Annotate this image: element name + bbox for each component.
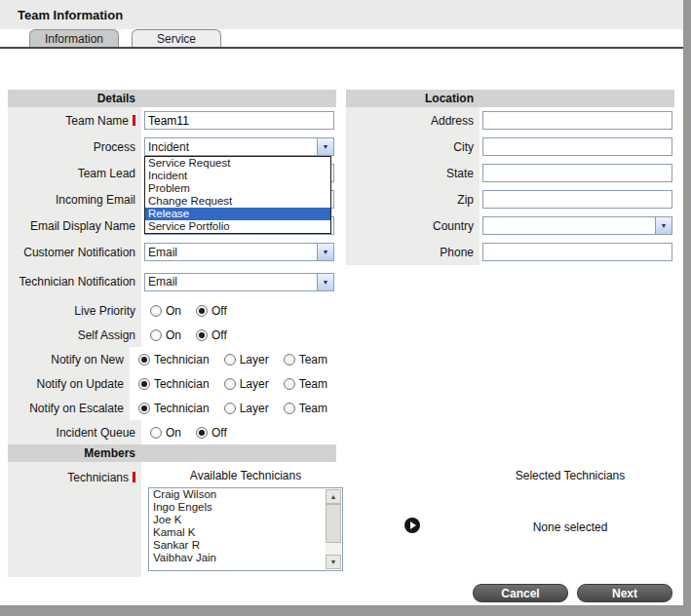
process-select[interactable]: Incident ▼ [144,137,334,156]
list-item[interactable]: Sankar R [149,539,342,552]
dropdown-option-problem[interactable]: Problem [145,182,330,195]
notify-on-new-row: Notify on New Technician Layer Team [8,347,336,371]
notify-on-new-team-radio[interactable] [284,354,295,366]
members-section-header: Members [8,444,336,462]
notify-on-escalate-team-radio[interactable] [284,403,295,414]
list-item[interactable]: Vaibhav Jain [149,552,342,564]
chevron-down-icon[interactable]: ▼ [655,217,672,234]
zip-input[interactable] [482,190,672,209]
chevron-down-icon[interactable]: ▼ [317,244,333,260]
selected-technicians-empty: None selected [482,520,658,534]
available-technicians-title: Available Technicians [148,469,343,482]
page-title: Team Information [18,8,123,22]
customer-notification-row: Customer Notification Email ▼ [8,239,336,265]
address-input[interactable] [482,111,672,130]
next-button[interactable]: Next [577,584,672,602]
notify-on-update-technician-radio[interactable] [138,378,150,390]
incident-queue-off-radio[interactable] [196,427,208,439]
location-section: Location Address City State [346,90,674,265]
scroll-down-icon[interactable]: ▼ [326,555,341,569]
details-section-header: Details [8,90,336,107]
tab-information[interactable]: Information [29,29,119,47]
list-item[interactable]: Craig Wilson [149,488,342,501]
incident-queue-row: Incident Queue On Off [8,420,336,444]
dropdown-option-service-request[interactable]: Service Request [145,157,330,170]
move-right-icon[interactable] [404,518,420,533]
live-priority-on-radio[interactable] [150,305,162,317]
state-row: State [346,160,674,186]
selected-technicians-title: Selected Technicians [482,469,658,482]
process-label: Process [8,134,141,160]
technician-notification-row: Technician Notification Email ▼ [8,265,336,298]
customer-notification-label: Customer Notification [8,239,141,265]
city-input[interactable] [482,137,672,156]
technician-notification-select[interactable]: Email ▼ [144,273,334,291]
phone-row: Phone [346,239,674,265]
live-priority-row: Live Priority On Off [8,298,336,323]
window-header: Team Information [0,0,683,29]
team-lead-label: Team Lead [8,160,141,186]
live-priority-off-radio[interactable] [196,305,208,317]
incident-queue-label: Incident Queue [8,420,141,444]
self-assign-on-radio[interactable] [150,329,162,341]
self-assign-off-radio[interactable] [196,329,208,341]
header-divider [0,47,683,49]
city-label: City [346,134,480,160]
tab-bar: Information Service [29,29,221,47]
phone-input[interactable] [482,243,672,261]
phone-label: Phone [346,239,480,265]
self-assign-row: Self Assign On Off [8,323,336,347]
notify-on-update-layer-radio[interactable] [224,378,236,390]
zip-label: Zip [346,186,480,212]
country-row: Country ▼ [346,212,674,239]
notify-on-update-row: Notify on Update Technician Layer Team [8,371,336,396]
team-name-row: Team Name [8,107,336,134]
notify-on-update-label: Notify on Update [8,371,130,396]
notify-on-new-technician-radio[interactable] [138,354,150,366]
tab-service[interactable]: Service [132,29,221,47]
zip-row: Zip [346,186,674,212]
team-information-panel: Team Information Information Service Det… [0,0,683,605]
process-dropdown-list: Service Request Incident Problem Change … [144,156,331,234]
members-section-title: Members [8,446,141,460]
state-label: State [346,160,480,186]
list-item[interactable]: Ingo Engels [149,501,342,514]
notify-on-new-layer-radio[interactable] [224,354,236,366]
team-name-label: Team Name [8,107,141,134]
address-label: Address [346,107,480,134]
notify-on-escalate-row: Notify on Escalate Technician Layer Team [8,396,336,420]
list-item[interactable]: Kamal K [149,526,342,539]
state-input[interactable] [482,164,672,182]
list-item[interactable]: Joe K [149,514,342,526]
dropdown-option-incident[interactable]: Incident [145,170,330,182]
required-marker [133,115,135,126]
country-select[interactable]: ▼ [482,216,672,235]
technicians-label: Technicians [8,462,141,577]
cancel-button[interactable]: Cancel [473,584,568,602]
notify-on-escalate-layer-radio[interactable] [224,403,236,414]
dropdown-option-release[interactable]: Release [145,208,330,220]
notify-on-update-team-radio[interactable] [284,378,295,390]
location-section-header: Location [346,90,674,107]
required-marker [133,472,135,482]
self-assign-label: Self Assign [8,323,141,347]
scroll-up-icon[interactable]: ▲ [326,489,341,504]
details-section-title: Details [8,92,141,105]
notify-on-escalate-label: Notify on Escalate [8,396,130,420]
live-priority-label: Live Priority [8,298,141,323]
available-technicians-listbox[interactable]: Craig Wilson Ingo Engels Joe K Kamal K S… [148,487,343,571]
chevron-down-icon[interactable]: ▼ [317,138,333,155]
listbox-scrollbar[interactable]: ▲ ▼ [326,489,341,569]
dropdown-option-change-request[interactable]: Change Request [145,195,330,208]
notify-on-escalate-technician-radio[interactable] [138,403,150,414]
technician-notification-label: Technician Notification [8,265,141,298]
dropdown-option-service-portfolio[interactable]: Service Portfolio [145,220,330,233]
address-row: Address [346,107,674,134]
incident-queue-on-radio[interactable] [150,427,162,439]
city-row: City [346,134,674,160]
customer-notification-select[interactable]: Email ▼ [144,243,334,261]
scrollbar-thumb[interactable] [326,504,341,543]
team-name-input[interactable] [144,111,334,130]
location-section-title: Location [346,92,480,105]
chevron-down-icon[interactable]: ▼ [317,274,333,290]
